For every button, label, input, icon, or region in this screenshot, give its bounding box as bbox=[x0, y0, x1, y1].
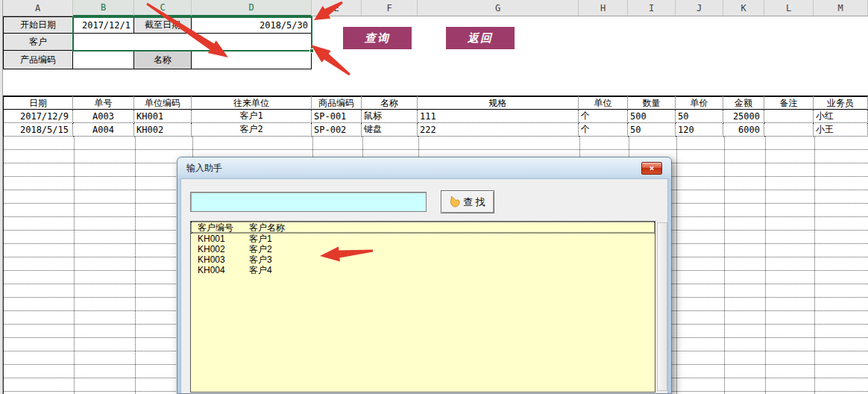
customer-code: KH001 bbox=[198, 234, 225, 244]
table-header-cell[interactable]: 日期 bbox=[3, 96, 73, 110]
customer-code: KH003 bbox=[198, 254, 225, 265]
back-button[interactable]: 返回 bbox=[446, 27, 515, 49]
grid-column-line bbox=[74, 137, 75, 394]
table-cell[interactable]: 6000 bbox=[723, 123, 764, 137]
input-assistant-dialog: 输入助手 × 查 找 客户编号客户名称KH001客户1KH002客户2KH003… bbox=[177, 157, 672, 394]
column-header-h[interactable]: H bbox=[579, 0, 628, 16]
table-cell[interactable]: A004 bbox=[73, 123, 134, 137]
spreadsheet-app: ABCDEFGHIJKLM 开始日期 2017/12/1 截至日期 2018/5… bbox=[0, 0, 868, 394]
table-cell[interactable]: 个 bbox=[579, 110, 628, 123]
customer-name: 客户2 bbox=[249, 244, 272, 254]
column-header-l[interactable]: L bbox=[764, 0, 814, 16]
table-header-cell[interactable]: 名称 bbox=[362, 96, 418, 110]
customer-value-cell[interactable] bbox=[72, 33, 312, 51]
list-scrollbar[interactable] bbox=[657, 222, 667, 391]
column-header-m[interactable]: M bbox=[814, 0, 868, 16]
table-header-cell[interactable]: 业务员 bbox=[814, 96, 868, 110]
red-arrow-annotation bbox=[311, 45, 350, 75]
table-cell[interactable]: 小红 bbox=[814, 110, 868, 123]
column-header-a[interactable]: A bbox=[3, 0, 73, 16]
customer-list-item[interactable]: KH003客户3 bbox=[192, 254, 654, 265]
table-cell[interactable]: 客户2 bbox=[192, 123, 312, 137]
table-cell[interactable]: A003 bbox=[73, 110, 134, 123]
customer-list-item[interactable]: KH004客户4 bbox=[192, 265, 654, 275]
dialog-body: 查 找 客户编号客户名称KH001客户1KH002客户2KH003客户3KH00… bbox=[180, 178, 668, 393]
table-cell[interactable]: SP-001 bbox=[312, 110, 362, 123]
table-cell[interactable] bbox=[764, 110, 814, 123]
start-date-label-cell: 开始日期 bbox=[3, 16, 73, 34]
table-cell[interactable]: 2018/5/15 bbox=[3, 123, 73, 137]
table-cell[interactable] bbox=[764, 123, 814, 137]
customer-name: 客户1 bbox=[249, 234, 272, 244]
customer-name: 客户4 bbox=[249, 265, 272, 275]
table-header-cell[interactable]: 数量 bbox=[628, 96, 676, 110]
table-header-cell[interactable]: 单价 bbox=[676, 96, 723, 110]
customer-code: 客户编号 bbox=[198, 222, 233, 233]
dialog-title-bar[interactable]: 输入助手 bbox=[177, 157, 671, 178]
column-header-g[interactable]: G bbox=[418, 0, 579, 16]
table-cell[interactable]: KH002 bbox=[134, 123, 192, 137]
column-header-i[interactable]: I bbox=[628, 0, 676, 16]
table-header-cell[interactable]: 单号 bbox=[73, 96, 134, 110]
grid-column-line bbox=[814, 137, 815, 394]
column-header-d[interactable]: D bbox=[192, 0, 312, 16]
column-header-f[interactable]: F bbox=[362, 0, 418, 16]
table-cell[interactable]: KH001 bbox=[134, 110, 192, 123]
pointing-hand-icon bbox=[450, 196, 461, 208]
table-cell[interactable]: 个 bbox=[579, 123, 628, 137]
column-header-k[interactable]: K bbox=[723, 0, 764, 16]
table-header-cell[interactable]: 商品编码 bbox=[312, 96, 362, 110]
end-date-label-cell: 截至日期 bbox=[133, 16, 192, 34]
table-cell[interactable]: 50 bbox=[628, 123, 676, 137]
table-cell[interactable]: 120 bbox=[676, 123, 723, 137]
table-cell[interactable]: SP-002 bbox=[312, 123, 362, 137]
table-cell[interactable]: 客户1 bbox=[192, 110, 312, 123]
product-code-label-cell: 产品编码 bbox=[3, 50, 73, 69]
customer-list-item[interactable]: KH002客户2 bbox=[192, 244, 654, 254]
customer-label-cell: 客户 bbox=[3, 33, 73, 51]
table-header-cell[interactable]: 规格 bbox=[418, 96, 579, 110]
table-cell[interactable]: 2017/12/9 bbox=[3, 110, 73, 123]
table-header-cell[interactable]: 金额 bbox=[723, 96, 764, 110]
close-icon[interactable]: × bbox=[641, 162, 662, 175]
grid-column-line bbox=[676, 137, 677, 394]
table-header-cell[interactable]: 单位 bbox=[579, 96, 628, 110]
customer-code: KH004 bbox=[198, 265, 225, 275]
customer-name: 客户名称 bbox=[249, 222, 285, 233]
table-cell[interactable]: 222 bbox=[418, 123, 579, 137]
customer-listbox[interactable]: 客户编号客户名称KH001客户1KH002客户2KH003客户3KH004客户4 bbox=[190, 221, 655, 393]
table-header-cell[interactable]: 往来单位 bbox=[192, 96, 312, 110]
name-label-cell: 名称 bbox=[133, 50, 192, 69]
column-header-b[interactable]: B bbox=[73, 0, 134, 16]
find-button-label: 查 找 bbox=[463, 196, 485, 209]
customer-code: KH002 bbox=[198, 244, 225, 254]
table-cell[interactable]: 鼠标 bbox=[362, 110, 418, 123]
table-cell[interactable]: 小王 bbox=[814, 123, 868, 137]
search-input[interactable] bbox=[190, 192, 427, 212]
table-cell[interactable]: 111 bbox=[418, 110, 579, 123]
table-cell[interactable]: 50 bbox=[676, 110, 723, 123]
grid-column-line bbox=[724, 137, 725, 394]
empty-grid-row bbox=[4, 137, 868, 150]
customer-list-item[interactable]: KH001客户1 bbox=[192, 234, 654, 244]
column-header-c[interactable]: C bbox=[134, 0, 192, 16]
table-cell[interactable]: 键盘 bbox=[362, 123, 418, 137]
table-header-cell[interactable]: 单位编码 bbox=[134, 96, 192, 110]
table-cell[interactable]: 500 bbox=[628, 110, 676, 123]
customer-list-header: 客户编号客户名称 bbox=[192, 222, 654, 233]
product-code-value-cell[interactable] bbox=[72, 50, 134, 69]
end-date-value-cell[interactable]: 2018/5/30 bbox=[191, 16, 312, 34]
grid-column-line bbox=[765, 137, 766, 394]
customer-name: 客户3 bbox=[249, 254, 272, 265]
column-header-j[interactable]: J bbox=[676, 0, 723, 16]
column-header-e[interactable]: E bbox=[312, 0, 362, 16]
table-cell[interactable]: 25000 bbox=[723, 110, 764, 123]
find-button[interactable]: 查 找 bbox=[441, 190, 494, 213]
start-date-value-cell[interactable]: 2017/12/1 bbox=[72, 16, 134, 34]
grid-column-line bbox=[135, 137, 136, 394]
selection-fill-handle[interactable] bbox=[309, 49, 314, 53]
query-button[interactable]: 查询 bbox=[343, 27, 412, 49]
table-header-cell[interactable]: 备注 bbox=[764, 96, 814, 110]
name-value-cell[interactable] bbox=[191, 50, 312, 69]
